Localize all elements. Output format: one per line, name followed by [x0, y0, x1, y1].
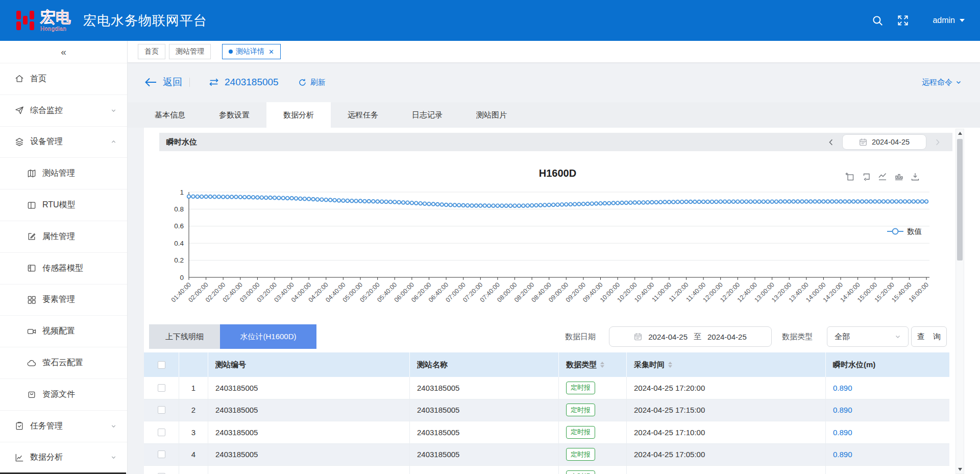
- subtab-1[interactable]: 上下线明细: [149, 324, 220, 349]
- chevron-down-icon: [955, 80, 962, 85]
- sidebar-item-5[interactable]: RTU模型: [0, 189, 127, 221]
- select-all-checkbox[interactable]: [158, 361, 165, 369]
- next-day-button[interactable]: [934, 138, 941, 146]
- prev-day-button[interactable]: [827, 138, 835, 146]
- sort-icon[interactable]: [600, 362, 604, 368]
- sidebar-item-6[interactable]: 属性管理: [0, 221, 127, 253]
- water-level-value[interactable]: 0.890: [833, 428, 852, 437]
- row-checkbox[interactable]: [158, 451, 165, 458]
- tab-参数设置[interactable]: 参数设置: [202, 102, 266, 128]
- scrollbar[interactable]: [955, 129, 964, 474]
- row-checkbox[interactable]: [158, 384, 165, 392]
- sidebar-item-label: 要素管理: [42, 294, 75, 305]
- svg-text:0.8: 0.8: [174, 205, 184, 213]
- refresh-button[interactable]: 刷新: [298, 70, 326, 94]
- sidebar-item-2[interactable]: 综合监控: [0, 95, 127, 127]
- data-type-badge: 定时报: [566, 470, 595, 474]
- tab-基本信息[interactable]: 基本信息: [138, 102, 202, 128]
- tab-远程任务[interactable]: 远程任务: [331, 102, 395, 128]
- resource-icon: [27, 389, 37, 399]
- table-row-1: 124031850052403185005定时报2024-04-25 17:20…: [144, 377, 949, 399]
- calendar-icon: [634, 333, 642, 341]
- water-level-value[interactable]: 0.890: [833, 384, 852, 392]
- breadcrumb-tab-1[interactable]: 首页: [138, 44, 165, 59]
- zoom-select-icon[interactable]: [845, 172, 855, 182]
- column-header-采集时间: 采集时间: [627, 352, 826, 377]
- date-range-picker[interactable]: 2024-04-25 至 2024-04-25: [609, 326, 772, 347]
- sidebar-item-3[interactable]: 设备管理: [0, 127, 127, 158]
- sort-down-icon: [668, 365, 672, 368]
- data-type-badge: 定时报: [566, 382, 595, 394]
- column-header-index: [179, 352, 208, 377]
- cell-data-type: 定时报: [559, 399, 627, 422]
- row-checkbox[interactable]: [158, 429, 165, 436]
- fullscreen-icon[interactable]: [897, 14, 909, 27]
- close-icon[interactable]: ✕: [268, 48, 274, 56]
- breadcrumb-tab-3[interactable]: 测站详情✕: [222, 44, 281, 59]
- scroll-down-icon[interactable]: [958, 468, 962, 471]
- tab-数据分析[interactable]: 数据分析: [266, 102, 331, 128]
- sort-icon[interactable]: [668, 362, 672, 368]
- station-icon: [27, 169, 37, 179]
- monitor-icon: [14, 105, 24, 115]
- cell-station-id: 2403185005: [208, 377, 410, 399]
- back-label: 返回: [163, 76, 182, 89]
- download-icon[interactable]: [910, 172, 920, 182]
- sidebar-item-9[interactable]: 视频配置: [0, 316, 127, 347]
- chart-date-picker[interactable]: 2024-04-25: [842, 134, 926, 150]
- sidebar-item-label: 传感器模型: [42, 263, 83, 274]
- scrollbar-thumb[interactable]: [957, 139, 963, 260]
- tab-测站图片[interactable]: 测站图片: [459, 102, 524, 128]
- sort-down-icon: [600, 365, 604, 368]
- line-chart-icon[interactable]: [877, 172, 888, 182]
- data-type-select[interactable]: 全部: [827, 326, 909, 347]
- cell-select: [144, 421, 179, 444]
- breadcrumb-tab-label: 测站详情: [236, 47, 264, 56]
- analysis-icon: [14, 453, 24, 463]
- back-button[interactable]: 返回: [144, 69, 182, 95]
- date-separator: 至: [694, 332, 701, 342]
- breadcrumb-tab-2[interactable]: 测站管理: [169, 44, 211, 59]
- breadcrumb: 首页测站管理测站详情✕: [128, 41, 980, 63]
- sidebar-item-12[interactable]: 任务管理: [0, 411, 127, 442]
- search-icon[interactable]: [871, 14, 884, 27]
- water-level-value[interactable]: 0.890: [833, 450, 852, 459]
- user-menu[interactable]: admin: [933, 16, 965, 25]
- cell-station-name: 2403185005: [410, 377, 559, 399]
- svg-text:1: 1: [180, 188, 184, 196]
- data-subtabs: 上下线明细水位计(H1600D): [149, 324, 316, 349]
- remote-command-label: 远程命令: [922, 78, 952, 87]
- logo: 宏电 Hongdian: [40, 10, 71, 32]
- sidebar-item-7[interactable]: 传感器模型: [0, 253, 127, 285]
- video-icon: [27, 326, 37, 337]
- sidebar-collapse-button[interactable]: «: [0, 41, 127, 63]
- water-level-value[interactable]: 0.890: [833, 406, 852, 414]
- row-checkbox[interactable]: [158, 406, 165, 414]
- sidebar-item-10[interactable]: 萤石云配置: [0, 347, 127, 379]
- chevron-down-icon: [110, 423, 117, 430]
- sidebar-item-4[interactable]: 测站管理: [0, 158, 127, 189]
- search-button[interactable]: 查 询: [911, 326, 947, 347]
- cell-index: 1: [179, 377, 208, 399]
- content-panel: 瞬时水位 2024-04-25 H1600D 00.20.40.6: [144, 128, 980, 474]
- remote-command-button[interactable]: 远程命令: [922, 70, 962, 94]
- scroll-up-icon[interactable]: [958, 132, 962, 135]
- sidebar-item-label: 首页: [30, 74, 46, 84]
- data-table: 测站编号测站名称数据类型采集时间瞬时水位(m)12403185005240318…: [144, 352, 949, 474]
- sidebar-item-label: 任务管理: [30, 421, 63, 432]
- tab-日志记录[interactable]: 日志记录: [395, 102, 459, 128]
- restore-icon[interactable]: [861, 172, 871, 182]
- chart-area[interactable]: 00.20.40.60.8101:40:0002:00:0002:20:0002…: [153, 183, 952, 317]
- data-type-badge: 定时报: [566, 426, 595, 439]
- sidebar-item-1[interactable]: 首页: [0, 63, 127, 95]
- bar-chart-icon[interactable]: [894, 172, 904, 182]
- cell-time: 2024-04-25 17:15:00: [627, 399, 826, 422]
- cell-value: 0.890: [826, 421, 949, 444]
- sidebar-item-13[interactable]: 数据分析: [0, 442, 127, 474]
- sidebar-item-8[interactable]: 要素管理: [0, 285, 127, 316]
- sidebar-item-label: 测站管理: [42, 168, 75, 179]
- subtab-2[interactable]: 水位计(H1600D): [220, 324, 316, 349]
- sidebar-item-11[interactable]: 资源文件: [0, 379, 127, 411]
- header-actions: admin: [871, 14, 965, 27]
- station-switcher[interactable]: 2403185005: [208, 69, 279, 95]
